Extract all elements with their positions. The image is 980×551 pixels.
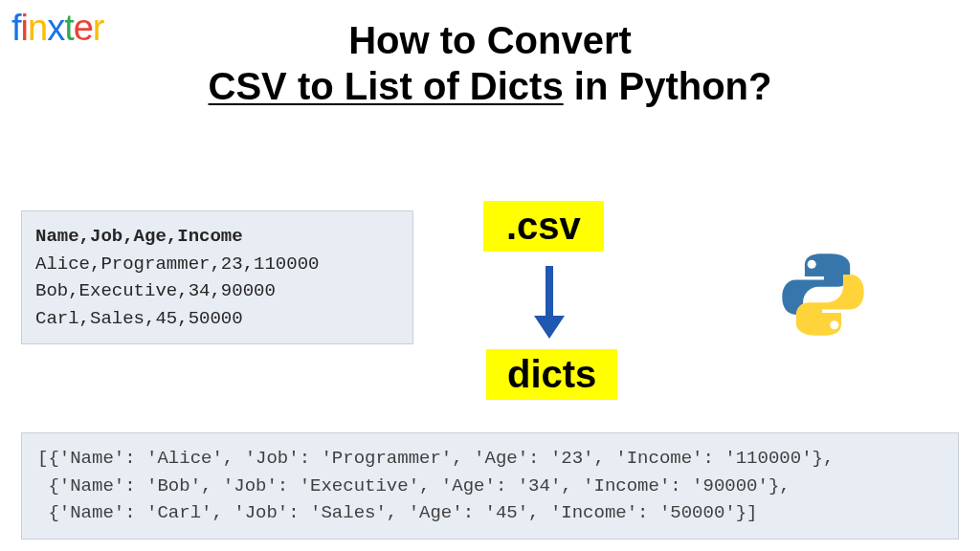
page-title: How to Convert CSV to List of Dicts in P…	[0, 17, 980, 109]
csv-badge: .csv	[483, 201, 604, 252]
arrow-down-icon	[530, 262, 568, 342]
csv-header-row: Name,Job,Age,Income	[35, 223, 399, 251]
output-line: {'Name': 'Bob', 'Job': 'Executive', 'Age…	[37, 475, 791, 496]
title-line1: How to Convert	[348, 19, 632, 61]
svg-marker-1	[534, 316, 565, 339]
title-underlined: CSV to List of Dicts	[209, 65, 564, 107]
csv-data-row: Alice,Programmer,23,110000	[35, 251, 399, 278]
csv-data-row: Carl,Sales,45,50000	[35, 305, 399, 333]
svg-point-3	[830, 320, 838, 329]
csv-data-row: Bob,Executive,34,90000	[35, 277, 399, 305]
output-line: [{'Name': 'Alice', 'Job': 'Programmer', …	[37, 448, 834, 469]
svg-point-2	[808, 260, 816, 269]
dicts-badge: dicts	[486, 349, 617, 400]
python-logo-icon	[775, 247, 871, 342]
output-line: {'Name': 'Carl', 'Job': 'Sales', 'Age': …	[37, 502, 758, 523]
title-suffix: in Python?	[564, 65, 772, 107]
csv-input-box: Name,Job,Age,Income Alice,Programmer,23,…	[21, 210, 413, 344]
output-dicts-box: [{'Name': 'Alice', 'Job': 'Programmer', …	[21, 432, 959, 540]
